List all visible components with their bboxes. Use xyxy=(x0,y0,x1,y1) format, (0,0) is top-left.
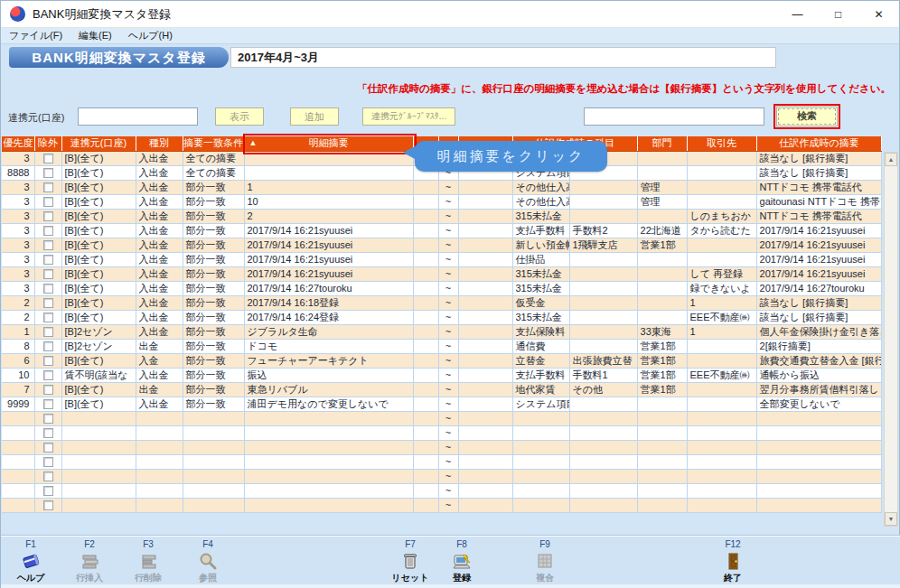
cell-blank[interactable] xyxy=(458,180,512,194)
exclude-checkbox[interactable] xyxy=(43,197,53,207)
cell-department[interactable]: 営業1部 xyxy=(637,368,687,382)
cell-detail-memo[interactable]: 振込 xyxy=(244,368,413,382)
cell-match[interactable] xyxy=(183,483,244,498)
cell-detail-memo[interactable]: 東急リバブル xyxy=(244,382,413,397)
cell-blank[interactable] xyxy=(413,223,438,238)
cell-blank[interactable] xyxy=(458,483,512,498)
cell-source[interactable]: [B](全て) xyxy=(61,151,136,165)
cell-blank[interactable] xyxy=(458,440,512,454)
exclude-checkbox[interactable] xyxy=(43,168,53,178)
cell-department[interactable]: 22北海道 xyxy=(637,223,687,238)
cell-priority[interactable]: 2 xyxy=(2,295,34,310)
cell-blank[interactable] xyxy=(413,397,438,411)
cell-department[interactable] xyxy=(637,440,687,454)
cell-journal-memo[interactable]: gaitounasi NTTドコモ 携帯電 xyxy=(756,194,881,209)
cell-department[interactable] xyxy=(637,411,687,425)
cell-match[interactable]: 部分一致 xyxy=(183,368,244,382)
minimize-button[interactable]: — xyxy=(777,1,818,28)
cell-sub-account[interactable]: 手数料1 xyxy=(569,368,637,382)
cell-priority[interactable]: 3 xyxy=(2,194,34,209)
exclude-checkbox[interactable] xyxy=(43,500,53,510)
fkey-help[interactable]: F1 ヘルプ xyxy=(5,539,57,584)
cell-blank[interactable] xyxy=(458,324,512,339)
cell-sub-account[interactable]: 出張旅費立替 xyxy=(569,353,637,368)
cell-journal-memo[interactable]: 該当なし [銀行摘要] xyxy=(756,151,881,165)
cell-type[interactable]: 入出金 xyxy=(136,194,183,209)
cell-priority[interactable]: 7 xyxy=(2,382,34,397)
cell-exclude[interactable] xyxy=(34,454,61,469)
cell-department[interactable] xyxy=(637,469,687,483)
cell-partner[interactable] xyxy=(687,454,756,469)
cell-detail-memo[interactable]: 1 xyxy=(244,180,413,194)
cell-priority[interactable]: 3 xyxy=(2,151,34,165)
cell-match[interactable]: 部分一致 xyxy=(183,223,244,238)
cell-partner[interactable] xyxy=(687,353,756,368)
exclude-checkbox[interactable] xyxy=(43,211,53,221)
cell-exclude[interactable] xyxy=(34,310,61,324)
cell-source[interactable]: [B](全て) xyxy=(61,382,136,397)
cell-account[interactable]: 315未払金 xyxy=(512,266,569,281)
cell-match[interactable] xyxy=(183,440,244,454)
cell-department[interactable] xyxy=(637,454,687,469)
cell-blank[interactable] xyxy=(413,469,438,483)
cell-exclude[interactable] xyxy=(34,440,61,454)
cell-priority[interactable]: 3 xyxy=(2,238,34,252)
cell-blank[interactable] xyxy=(458,353,512,368)
cell-blank[interactable] xyxy=(458,411,512,425)
cell-source[interactable] xyxy=(61,498,136,512)
cell-journal-memo[interactable]: 2017/9/14 16:21syuusei xyxy=(756,252,881,266)
cell-type[interactable]: 入出金 xyxy=(136,295,183,310)
cell-detail-memo[interactable]: ドコモ xyxy=(244,339,413,353)
cell-sub-account[interactable] xyxy=(569,252,637,266)
cell-detail-memo[interactable]: 2017/9/14 16:21syuusei xyxy=(244,252,413,266)
cell-journal-memo[interactable]: 2017/9/14 16:21syuusei xyxy=(756,238,881,252)
cell-source[interactable]: [B]2セゾン xyxy=(61,339,136,353)
cell-sub-account[interactable] xyxy=(569,454,637,469)
cell-partner[interactable] xyxy=(687,382,756,397)
cell-match[interactable]: 部分一致 xyxy=(183,180,244,194)
cell-partner[interactable]: して 再登録 xyxy=(687,266,756,281)
header-department[interactable]: 部門 xyxy=(637,136,687,151)
cell-detail-memo[interactable]: 2017/9/14 16:18登録 xyxy=(244,295,413,310)
cell-match[interactable]: 部分一致 xyxy=(183,353,244,368)
cell-type[interactable]: 入出金 xyxy=(136,397,183,411)
cell-exclude[interactable] xyxy=(34,483,61,498)
cell-journal-memo[interactable]: 全部変更しないで xyxy=(756,397,881,411)
cell-exclude[interactable] xyxy=(34,281,61,295)
cell-type[interactable]: 出金 xyxy=(136,382,183,397)
header-journal-memo[interactable]: 仕訳作成時の摘要 xyxy=(756,136,881,151)
cell-account[interactable]: 新しい預金帳 xyxy=(512,238,569,252)
cell-match[interactable] xyxy=(183,425,244,440)
cell-priority[interactable]: 8 xyxy=(2,339,34,353)
cell-source[interactable]: [B](全て) xyxy=(61,281,136,295)
cell-journal-memo[interactable]: 2017/9/14 16:21syuusei xyxy=(756,223,881,238)
cell-match[interactable]: 部分一致 xyxy=(183,382,244,397)
cell-blank[interactable] xyxy=(413,324,438,339)
cell-blank[interactable] xyxy=(413,454,438,469)
header-exclude[interactable]: 除外 xyxy=(34,136,61,151)
cell-journal-memo[interactable]: NTTドコモ 携帯電話代 xyxy=(756,209,881,223)
cell-blank[interactable] xyxy=(458,498,512,512)
cell-detail-memo[interactable]: 浦田デモ用なので変更しないで xyxy=(244,397,413,411)
cell-type[interactable]: 入出金 xyxy=(136,238,183,252)
cell-sub-account[interactable] xyxy=(569,295,637,310)
cell-journal-memo[interactable]: 該当なし [銀行摘要] xyxy=(756,310,881,324)
cell-exclude[interactable] xyxy=(34,165,61,180)
cell-exclude[interactable] xyxy=(34,238,61,252)
cell-detail-memo[interactable]: 2017/9/14 16:27touroku xyxy=(244,281,413,295)
cell-source[interactable] xyxy=(61,440,136,454)
scroll-down-icon[interactable]: ▼ xyxy=(885,512,897,526)
cell-journal-memo[interactable]: 2017/9/14 16:21syuusei xyxy=(756,266,881,281)
cell-match[interactable]: 部分一致 xyxy=(183,281,244,295)
cell-match[interactable]: 部分一致 xyxy=(183,324,244,339)
vertical-scrollbar[interactable]: ▲ ▼ xyxy=(884,152,898,527)
header-priority[interactable]: 優先度 xyxy=(2,136,34,151)
cell-partner[interactable]: 1 xyxy=(687,324,756,339)
cell-sub-account[interactable] xyxy=(569,209,637,223)
fkey-register[interactable]: F8 登録 xyxy=(436,539,488,584)
show-button[interactable]: 表示 xyxy=(215,107,264,126)
cell-blank[interactable] xyxy=(413,425,438,440)
cell-account[interactable] xyxy=(512,454,569,469)
cell-blank[interactable] xyxy=(413,252,438,266)
cell-account[interactable]: 支払手数料 xyxy=(512,223,569,238)
